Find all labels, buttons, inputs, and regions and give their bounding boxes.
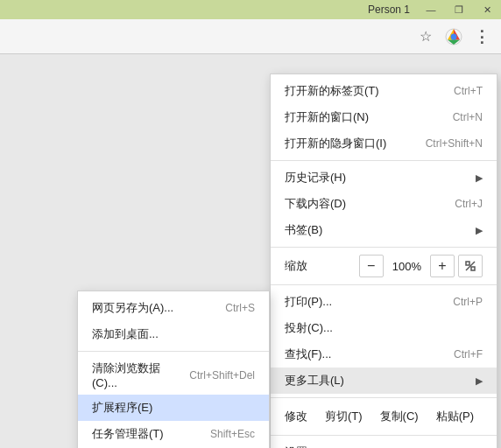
toolbar: ☆ ⋮ xyxy=(0,19,501,54)
menu-item-settings[interactable]: 设置(S) xyxy=(271,439,497,448)
svg-rect-4 xyxy=(471,267,475,270)
menu-item-more-tools[interactable]: 更多工具(L) ▶ xyxy=(271,368,497,394)
submenu-item-task-manager[interactable]: 任务管理器(T) Shift+Esc xyxy=(78,421,269,447)
menu-item-history[interactable]: 历史记录(H) ▶ xyxy=(271,164,497,191)
bookmark-icon[interactable]: ☆ xyxy=(413,24,438,49)
menu-divider-3 xyxy=(271,284,497,285)
copy-button[interactable]: 复制(C) xyxy=(371,405,427,428)
restore-button[interactable]: ❐ xyxy=(445,0,473,19)
zoom-expand-button[interactable] xyxy=(458,255,483,277)
zoom-plus-button[interactable]: + xyxy=(430,255,455,277)
window-controls: — ❐ ✕ xyxy=(417,0,501,19)
cut-button[interactable]: 剪切(T) xyxy=(316,405,371,428)
minimize-button[interactable]: — xyxy=(417,0,445,19)
browser-area: ☆ ⋮ 打开新的标签页(T) Ctrl+T 打开新的窗口(N) Ctrl+N xyxy=(0,19,501,448)
menu-icon[interactable]: ⋮ xyxy=(469,24,494,49)
svg-point-2 xyxy=(451,33,457,39)
close-button[interactable]: ✕ xyxy=(473,0,501,19)
menu-item-new-tab[interactable]: 打开新的标签页(T) Ctrl+T xyxy=(271,78,497,104)
menu-item-find[interactable]: 查找(F)... Ctrl+F xyxy=(271,341,497,368)
menu-divider-2 xyxy=(271,247,497,248)
menu-divider-4 xyxy=(271,397,497,398)
paste-button[interactable]: 粘贴(P) xyxy=(427,405,483,428)
menu-divider-5 xyxy=(271,435,497,436)
menu-item-new-incognito[interactable]: 打开新的隐身窗口(I) Ctrl+Shift+N xyxy=(271,130,497,157)
submenu-more-tools: 网页另存为(A)... Ctrl+S 添加到桌面... 清除浏览数据(C)...… xyxy=(77,290,270,448)
zoom-row: 缩放 − 100% + xyxy=(271,251,497,281)
submenu-item-extensions[interactable]: 扩展程序(E) xyxy=(78,395,269,421)
main-menu: 打开新的标签页(T) Ctrl+T 打开新的窗口(N) Ctrl+N 打开新的隐… xyxy=(270,74,497,448)
submenu-item-clear-data[interactable]: 清除浏览数据(C)... Ctrl+Shift+Del xyxy=(78,355,269,395)
edit-row: 修改 剪切(T) 复制(C) 粘贴(P) xyxy=(271,402,497,431)
menu-item-new-window[interactable]: 打开新的窗口(N) Ctrl+N xyxy=(271,104,497,130)
chrome-icon xyxy=(441,24,466,49)
menu-divider-1 xyxy=(271,160,497,161)
menu-item-print[interactable]: 打印(P)... Ctrl+P xyxy=(271,289,497,315)
submenu-item-add-desktop[interactable]: 添加到桌面... xyxy=(78,321,269,347)
person-label: Person 1 xyxy=(361,4,417,16)
edit-button-group: 剪切(T) 复制(C) 粘贴(P) xyxy=(316,405,483,428)
svg-line-5 xyxy=(466,262,475,270)
submenu-divider-1 xyxy=(78,351,269,352)
menu-item-cast[interactable]: 投射(C)... xyxy=(271,315,497,341)
titlebar: Person 1 — ❐ ✕ xyxy=(0,0,501,19)
menu-item-bookmarks[interactable]: 书签(B) ▶ xyxy=(271,217,497,243)
svg-rect-3 xyxy=(466,262,469,265)
zoom-minus-button[interactable]: − xyxy=(359,255,384,277)
submenu-item-save-page[interactable]: 网页另存为(A)... Ctrl+S xyxy=(78,295,269,321)
menu-item-downloads[interactable]: 下载内容(D) Ctrl+J xyxy=(271,191,497,217)
